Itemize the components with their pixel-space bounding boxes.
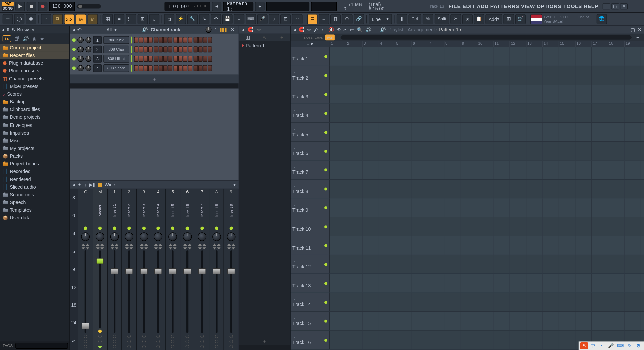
browser-collapse-icon[interactable]: 🗐 [15, 36, 19, 41]
step[interactable] [194, 65, 198, 71]
track-pan-knob[interactable] [125, 232, 133, 241]
track-header[interactable]: ⋯Track 3 [291, 85, 330, 103]
bar-number[interactable]: 11 [493, 41, 510, 47]
channel-select[interactable] [131, 55, 132, 62]
stereo-sep2[interactable] [125, 247, 133, 249]
bar-number[interactable]: 2 [346, 41, 362, 47]
tempo-slider[interactable] [77, 4, 101, 8]
track-fader[interactable] [182, 250, 193, 333]
track-lane[interactable] [329, 255, 644, 273]
track-header[interactable]: ⋯Track 14 [291, 293, 330, 311]
tool-cut[interactable]: ⋮⋮ [126, 14, 136, 24]
mode-note[interactable]: NOTE [304, 34, 313, 40]
step[interactable] [208, 65, 212, 71]
track-fader[interactable] [123, 250, 135, 333]
track-header[interactable]: ⋯Track 4 [291, 104, 330, 122]
bar-number[interactable]: 16 [575, 41, 592, 47]
step[interactable] [154, 46, 158, 52]
step-sequencer[interactable] [134, 37, 213, 43]
bar-number[interactable]: 12 [509, 41, 526, 47]
pl-minimize[interactable]: _ [626, 27, 628, 32]
menu-options[interactable]: OPTIONS [537, 3, 561, 9]
track-lane[interactable] [329, 312, 644, 330]
step[interactable] [183, 46, 187, 52]
step[interactable] [163, 37, 168, 43]
stereo-sep[interactable] [198, 244, 206, 246]
browser-item[interactable]: Soundfonts [0, 191, 69, 198]
stereo-sep2[interactable] [198, 247, 206, 249]
mod-shift[interactable]: Shift [435, 14, 449, 24]
step[interactable] [198, 37, 203, 43]
view-playlist[interactable]: ▤ [307, 14, 318, 24]
track-fader[interactable] [211, 250, 222, 333]
bar-number[interactable]: 9 [461, 41, 477, 47]
channel-name[interactable]: 808 HiHat [103, 55, 129, 63]
track-mute-led[interactable] [324, 301, 327, 304]
step[interactable] [198, 65, 203, 71]
channel-pan-knob[interactable] [77, 37, 84, 43]
stereo-sep2[interactable] [82, 247, 89, 249]
bar-number[interactable]: 3 [362, 41, 379, 47]
stereo-sep[interactable] [140, 244, 148, 246]
track-header[interactable]: ⋯Track 10 [291, 217, 330, 236]
browser-item[interactable]: ⎮⎮Mixer presets [0, 83, 69, 90]
step[interactable] [168, 56, 172, 62]
track-fx-dots[interactable] [98, 330, 102, 343]
step[interactable] [208, 46, 212, 52]
timeline-numbers[interactable]: 12345678910111213141516171819 [329, 41, 644, 47]
menu-help[interactable]: HELP [584, 3, 598, 9]
step[interactable] [144, 37, 148, 43]
browser-item[interactable]: Templates [0, 206, 69, 214]
pattern-item[interactable]: Pattern 1 [239, 41, 290, 50]
channel-name[interactable]: 808 Kick [103, 36, 129, 44]
track-header[interactable]: ⋯Track 12 [291, 255, 330, 273]
browser-item[interactable]: My projects [0, 144, 69, 152]
step-sequencer[interactable] [134, 56, 213, 62]
track-mute-led[interactable] [324, 263, 327, 266]
track-header[interactable]: ⋯Track 11 [291, 236, 330, 255]
track-header[interactable]: ⋯Track 1 [291, 47, 330, 66]
pl-tool-select[interactable]: ▭ [350, 27, 354, 33]
stereo-sep[interactable] [154, 244, 162, 246]
browser-item[interactable]: ♪Scores [0, 90, 69, 98]
mixer-insert[interactable]: 2Insert 2 [122, 189, 137, 350]
view-browser[interactable]: 🔗 [354, 14, 364, 24]
mixer-master[interactable]: MMaster [93, 189, 107, 350]
step[interactable] [148, 46, 153, 52]
step[interactable] [188, 37, 192, 43]
pl-tool-paint[interactable]: 🖌 [314, 27, 318, 32]
track-lane[interactable] [329, 47, 644, 66]
track-name[interactable]: Master [98, 195, 102, 226]
tool-new[interactable]: 🗎 [164, 14, 174, 24]
tool-help[interactable]: ⊡ [280, 14, 291, 24]
step[interactable] [174, 37, 178, 43]
browser-item[interactable]: Demo projects [0, 113, 69, 121]
track-name[interactable]: Insert 3 [142, 195, 146, 226]
ime-kb[interactable]: ⌨ [616, 342, 624, 349]
timeline-head[interactable]: + ▾ [291, 41, 330, 47]
ime-tool[interactable]: ⚙ [635, 342, 642, 349]
bar-number[interactable]: 14 [542, 41, 559, 47]
track-led[interactable] [84, 226, 87, 230]
track-led[interactable] [127, 226, 131, 230]
step[interactable] [144, 65, 148, 71]
track-fx-dots[interactable] [142, 335, 145, 348]
step[interactable] [154, 65, 158, 71]
menu-add[interactable]: ADD [477, 3, 488, 9]
track-mute-led[interactable] [324, 168, 327, 171]
track-lane[interactable] [329, 142, 644, 160]
tool-step[interactable]: ▦ [103, 14, 113, 24]
tags-input[interactable] [15, 343, 68, 349]
browser-item[interactable]: 📦User data [0, 214, 69, 221]
close-button[interactable]: ✕ [620, 3, 628, 9]
step[interactable] [198, 56, 203, 62]
bar-number[interactable]: 19 [624, 41, 641, 47]
playlist-timeline[interactable]: + ▾ 12345678910111213141516171819 [291, 41, 644, 47]
cr-filter[interactable]: All [106, 27, 112, 32]
browser-item[interactable]: Misc [0, 137, 69, 144]
track-mute-led[interactable] [324, 149, 327, 152]
track-led[interactable] [171, 226, 174, 230]
pattern-add[interactable]: + [255, 1, 264, 11]
cr-close[interactable]: ✕ [230, 27, 236, 33]
step[interactable] [168, 46, 172, 52]
